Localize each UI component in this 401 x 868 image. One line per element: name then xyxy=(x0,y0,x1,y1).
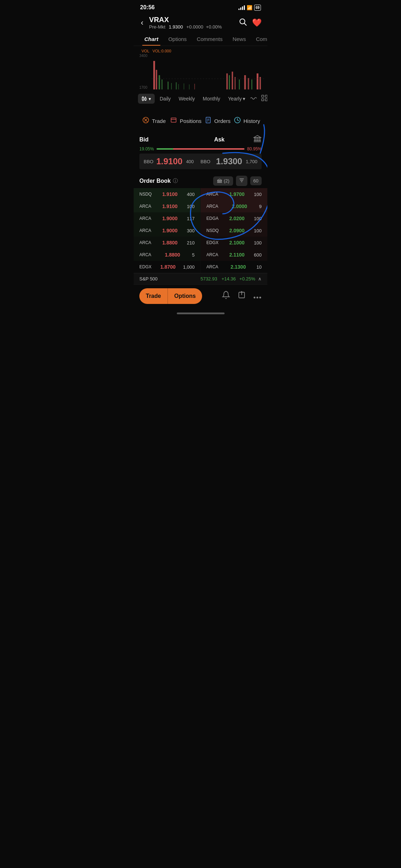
bid-ask-container: Bid Ask 19.05% 80.95% BBO xyxy=(134,133,267,172)
header: ‹ VRAX Pre-Mkt 1.9300 +0.0000 +0.00% ❤️ xyxy=(134,13,267,32)
size-button[interactable]: 60 xyxy=(250,176,262,185)
svg-line-1 xyxy=(245,23,247,25)
premkt-price: 1.9300 xyxy=(169,24,183,30)
svg-rect-47 xyxy=(259,138,260,141)
search-button[interactable] xyxy=(238,17,247,28)
svg-rect-7 xyxy=(171,83,172,89)
trade-button[interactable]: Trade xyxy=(139,114,169,128)
exchange-icon xyxy=(217,178,222,184)
premkt-pct: +0.00% xyxy=(206,24,222,30)
ask-cell: ARCA 1.9700 100 xyxy=(201,188,267,200)
period-monthly[interactable]: Monthly xyxy=(200,94,223,104)
bbo-bid-label: BBO xyxy=(144,159,153,164)
ask-cell: ARCA 2.1100 600 xyxy=(201,249,267,261)
grid-button[interactable] xyxy=(261,94,267,103)
signal-icon xyxy=(238,5,245,10)
bid-cell: ARCA 1.9100 100 xyxy=(134,200,201,212)
info-icon[interactable]: ⓘ xyxy=(173,178,178,184)
premkt-change: +0.0000 xyxy=(186,24,203,30)
bbo-bid-price: 1.9100 xyxy=(156,156,182,166)
bbo-ask-size: 1,700 xyxy=(246,159,257,164)
sp500-change: +14.36 xyxy=(221,276,236,281)
svg-rect-13 xyxy=(226,73,228,89)
bid-ask-track xyxy=(156,148,245,150)
period-daily[interactable]: Daily xyxy=(157,94,174,104)
svg-rect-10 xyxy=(184,83,184,89)
order-book-header: Order Book ⓘ (2) xyxy=(134,172,267,188)
more-dots-icon xyxy=(253,296,262,299)
tab-options[interactable]: Options xyxy=(163,33,192,46)
filter-button[interactable] xyxy=(236,176,247,186)
share-icon xyxy=(237,291,246,299)
tab-company[interactable]: Company xyxy=(251,33,267,46)
ask-cell: ARCA 2.1300 10 xyxy=(201,261,267,273)
positions-button[interactable]: Positions xyxy=(169,114,203,128)
svg-rect-9 xyxy=(178,84,179,89)
bell-icon xyxy=(222,291,230,299)
svg-rect-33 xyxy=(265,99,267,101)
sp500-pct: +0.25% xyxy=(240,276,255,281)
tab-news[interactable]: News xyxy=(227,33,251,46)
svg-rect-3 xyxy=(156,70,157,89)
period-weekly[interactable]: Weekly xyxy=(176,94,198,104)
svg-rect-27 xyxy=(145,98,146,100)
status-bar: 20:56 📶 69 xyxy=(134,0,267,13)
bid-ask-bar: 19.05% 80.95% xyxy=(139,146,262,151)
orders-button[interactable]: Orders xyxy=(203,114,232,128)
svg-rect-46 xyxy=(257,138,258,141)
svg-rect-31 xyxy=(265,95,267,97)
chart-type-button[interactable]: ▾ xyxy=(138,94,155,104)
svg-marker-50 xyxy=(217,179,222,180)
bid-cell: EDGX 1.8700 1,000 xyxy=(134,261,201,273)
positions-icon xyxy=(170,117,177,125)
exchange-filter-button[interactable]: (2) xyxy=(213,176,233,186)
bid-label: Bid xyxy=(139,136,149,143)
svg-rect-2 xyxy=(153,61,155,89)
sp500-bar: S&P 500 5732.93 +14.36 +0.25% ∧ xyxy=(134,273,267,284)
tab-comments[interactable]: Comments xyxy=(192,33,228,46)
history-button[interactable]: History xyxy=(232,114,262,128)
divider xyxy=(134,107,267,109)
exchange-count: (2) xyxy=(224,178,230,184)
options-main-button[interactable]: Options xyxy=(168,289,202,304)
bottom-icons xyxy=(222,291,262,301)
tab-chart[interactable]: Chart xyxy=(139,33,163,46)
bottom-bar: Trade Options xyxy=(134,284,267,310)
bid-cell: ARCA 1.9000 117 xyxy=(134,212,201,224)
home-indicator xyxy=(177,312,225,314)
sp500-price: 5732.93 xyxy=(200,276,217,281)
bbo-bid-size: 400 xyxy=(186,159,194,164)
period-yearly[interactable]: Yearly ▾ xyxy=(225,94,248,104)
order-row: EDGX 1.8700 1,000 ARCA 2.1300 10 xyxy=(134,261,267,273)
order-row: ARCA 1.8800 210 EDGX 2.1000 100 xyxy=(134,237,267,249)
svg-rect-4 xyxy=(159,75,160,89)
back-button[interactable]: ‹ xyxy=(139,17,145,29)
trade-main-button[interactable]: Trade xyxy=(139,289,168,304)
svg-rect-30 xyxy=(262,95,264,97)
alert-button[interactable] xyxy=(222,291,230,301)
bid-cell: ARCA 1.9000 300 xyxy=(134,224,201,237)
svg-rect-5 xyxy=(161,79,163,89)
wave-button[interactable] xyxy=(250,95,257,103)
svg-rect-14 xyxy=(229,75,230,89)
sp500-chevron[interactable]: ∧ xyxy=(258,276,262,281)
order-row: ARCA 1.8800 5 ARCA 2.1100 600 xyxy=(134,249,267,261)
svg-rect-19 xyxy=(248,78,249,89)
ask-cell: ARCA 2.0000 9 xyxy=(201,200,267,212)
chart-area: VOL VOL:0.000 3400 1700 xyxy=(134,46,267,91)
svg-rect-12 xyxy=(194,84,195,89)
action-row: Trade Positions Orders xyxy=(134,109,267,133)
status-time: 20:56 xyxy=(140,4,155,11)
more-button[interactable] xyxy=(253,291,262,301)
share-button[interactable] xyxy=(237,291,246,301)
svg-marker-44 xyxy=(254,135,261,138)
svg-rect-17 xyxy=(239,79,240,89)
bid-pct: 19.05% xyxy=(139,146,156,151)
ask-cell: EDGX 2.1000 100 xyxy=(201,237,267,249)
chart-canvas: 3400 1700 xyxy=(134,54,267,89)
svg-rect-45 xyxy=(255,138,256,141)
favorite-button[interactable]: ❤️ xyxy=(252,18,262,27)
bid-ask-header: Bid Ask xyxy=(139,135,262,144)
svg-rect-53 xyxy=(221,180,221,182)
chart-extras xyxy=(250,94,267,103)
